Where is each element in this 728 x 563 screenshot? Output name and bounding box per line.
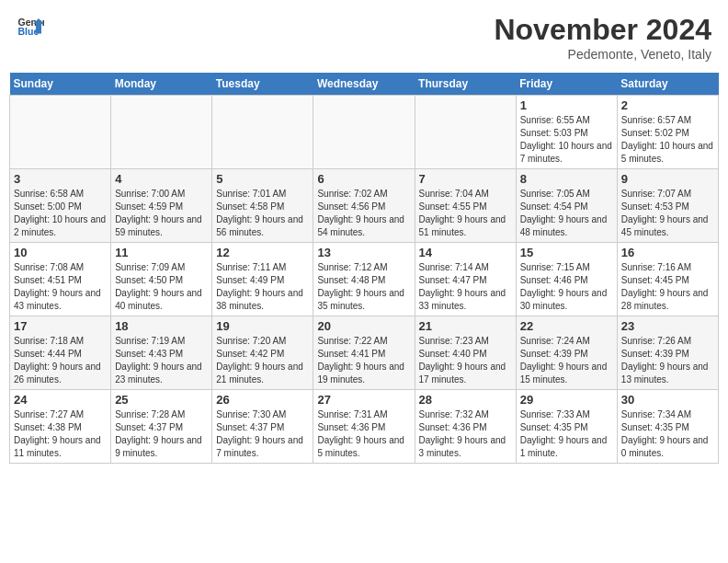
day-number: 27 <box>317 393 410 407</box>
day-cell: 19Sunrise: 7:20 AM Sunset: 4:42 PM Dayli… <box>212 316 313 390</box>
svg-text:Blue: Blue <box>18 26 40 37</box>
day-cell: 9Sunrise: 7:07 AM Sunset: 4:53 PM Daylig… <box>617 169 718 243</box>
day-number: 23 <box>621 319 714 333</box>
day-cell <box>111 96 212 169</box>
day-cell: 27Sunrise: 7:31 AM Sunset: 4:36 PM Dayli… <box>313 390 415 464</box>
day-cell: 14Sunrise: 7:14 AM Sunset: 4:47 PM Dayli… <box>415 243 516 316</box>
day-cell: 10Sunrise: 7:08 AM Sunset: 4:51 PM Dayli… <box>10 243 111 316</box>
day-info: Sunrise: 7:24 AM Sunset: 4:39 PM Dayligh… <box>520 335 613 386</box>
day-number: 17 <box>14 319 107 333</box>
week-row-1: 1Sunrise: 6:55 AM Sunset: 5:03 PM Daylig… <box>10 96 719 169</box>
day-info: Sunrise: 7:23 AM Sunset: 4:40 PM Dayligh… <box>419 335 512 386</box>
day-info: Sunrise: 7:34 AM Sunset: 4:35 PM Dayligh… <box>621 408 714 460</box>
day-number: 1 <box>520 98 613 112</box>
day-cell <box>415 96 516 169</box>
day-number: 24 <box>14 393 107 407</box>
day-cell: 11Sunrise: 7:09 AM Sunset: 4:50 PM Dayli… <box>111 243 212 316</box>
day-number: 5 <box>216 172 309 186</box>
day-info: Sunrise: 7:26 AM Sunset: 4:39 PM Dayligh… <box>621 335 714 386</box>
day-number: 25 <box>115 393 208 407</box>
location: Pedemonte, Veneto, Italy <box>494 47 711 62</box>
day-cell: 23Sunrise: 7:26 AM Sunset: 4:39 PM Dayli… <box>617 316 718 390</box>
day-info: Sunrise: 7:02 AM Sunset: 4:56 PM Dayligh… <box>317 188 410 239</box>
week-row-4: 17Sunrise: 7:18 AM Sunset: 4:44 PM Dayli… <box>10 316 719 390</box>
day-cell: 15Sunrise: 7:15 AM Sunset: 4:46 PM Dayli… <box>516 243 617 316</box>
header-thursday: Thursday <box>415 73 516 96</box>
day-cell: 6Sunrise: 7:02 AM Sunset: 4:56 PM Daylig… <box>313 169 415 243</box>
header-monday: Monday <box>111 73 212 96</box>
day-cell: 30Sunrise: 7:34 AM Sunset: 4:35 PM Dayli… <box>617 390 718 464</box>
day-cell: 4Sunrise: 7:00 AM Sunset: 4:59 PM Daylig… <box>111 169 212 243</box>
day-cell: 1Sunrise: 6:55 AM Sunset: 5:03 PM Daylig… <box>516 96 617 169</box>
logo: General Blue <box>17 13 44 40</box>
day-info: Sunrise: 7:18 AM Sunset: 4:44 PM Dayligh… <box>14 335 107 386</box>
day-info: Sunrise: 7:01 AM Sunset: 4:58 PM Dayligh… <box>216 188 309 239</box>
day-info: Sunrise: 7:00 AM Sunset: 4:59 PM Dayligh… <box>115 188 208 239</box>
day-info: Sunrise: 7:15 AM Sunset: 4:46 PM Dayligh… <box>520 261 613 313</box>
day-number: 26 <box>216 393 309 407</box>
day-cell: 18Sunrise: 7:19 AM Sunset: 4:43 PM Dayli… <box>111 316 212 390</box>
week-row-5: 24Sunrise: 7:27 AM Sunset: 4:38 PM Dayli… <box>10 390 719 464</box>
day-cell: 22Sunrise: 7:24 AM Sunset: 4:39 PM Dayli… <box>516 316 617 390</box>
day-number: 10 <box>14 246 107 259</box>
day-number: 15 <box>520 246 613 259</box>
header-saturday: Saturday <box>617 73 718 96</box>
day-number: 19 <box>216 319 309 333</box>
day-info: Sunrise: 7:05 AM Sunset: 4:54 PM Dayligh… <box>520 188 613 239</box>
day-number: 9 <box>621 172 714 186</box>
day-number: 6 <box>317 172 410 186</box>
day-cell <box>212 96 313 169</box>
day-info: Sunrise: 7:09 AM Sunset: 4:50 PM Dayligh… <box>115 261 208 313</box>
day-cell: 7Sunrise: 7:04 AM Sunset: 4:55 PM Daylig… <box>415 169 516 243</box>
day-cell: 17Sunrise: 7:18 AM Sunset: 4:44 PM Dayli… <box>10 316 111 390</box>
day-cell: 28Sunrise: 7:32 AM Sunset: 4:36 PM Dayli… <box>415 390 516 464</box>
day-info: Sunrise: 7:19 AM Sunset: 4:43 PM Dayligh… <box>115 335 208 386</box>
day-cell: 3Sunrise: 6:58 AM Sunset: 5:00 PM Daylig… <box>10 169 111 243</box>
day-cell: 13Sunrise: 7:12 AM Sunset: 4:48 PM Dayli… <box>313 243 415 316</box>
day-number: 8 <box>520 172 613 186</box>
week-row-2: 3Sunrise: 6:58 AM Sunset: 5:00 PM Daylig… <box>10 169 719 243</box>
header-friday: Friday <box>516 73 617 96</box>
day-number: 14 <box>419 246 512 259</box>
day-cell: 20Sunrise: 7:22 AM Sunset: 4:41 PM Dayli… <box>313 316 415 390</box>
day-info: Sunrise: 7:22 AM Sunset: 4:41 PM Dayligh… <box>317 335 410 386</box>
day-info: Sunrise: 7:08 AM Sunset: 4:51 PM Dayligh… <box>14 261 107 313</box>
day-number: 21 <box>419 319 512 333</box>
day-info: Sunrise: 7:07 AM Sunset: 4:53 PM Dayligh… <box>621 188 714 239</box>
day-info: Sunrise: 7:04 AM Sunset: 4:55 PM Dayligh… <box>419 188 512 239</box>
week-row-3: 10Sunrise: 7:08 AM Sunset: 4:51 PM Dayli… <box>10 243 719 316</box>
day-info: Sunrise: 7:11 AM Sunset: 4:49 PM Dayligh… <box>216 261 309 313</box>
day-cell: 29Sunrise: 7:33 AM Sunset: 4:35 PM Dayli… <box>516 390 617 464</box>
title-area: November 2024 Pedemonte, Veneto, Italy <box>494 13 711 62</box>
day-cell: 16Sunrise: 7:16 AM Sunset: 4:45 PM Dayli… <box>617 243 718 316</box>
day-cell <box>313 96 415 169</box>
day-info: Sunrise: 7:16 AM Sunset: 4:45 PM Dayligh… <box>621 261 714 313</box>
day-cell: 26Sunrise: 7:30 AM Sunset: 4:37 PM Dayli… <box>212 390 313 464</box>
day-cell: 5Sunrise: 7:01 AM Sunset: 4:58 PM Daylig… <box>212 169 313 243</box>
day-cell: 2Sunrise: 6:57 AM Sunset: 5:02 PM Daylig… <box>617 96 718 169</box>
day-cell: 12Sunrise: 7:11 AM Sunset: 4:49 PM Dayli… <box>212 243 313 316</box>
logo-icon: General Blue <box>17 13 44 40</box>
day-number: 2 <box>621 98 714 112</box>
day-number: 29 <box>520 393 613 407</box>
day-cell: 21Sunrise: 7:23 AM Sunset: 4:40 PM Dayli… <box>415 316 516 390</box>
day-number: 12 <box>216 246 309 259</box>
day-number: 16 <box>621 246 714 259</box>
day-number: 18 <box>115 319 208 333</box>
day-number: 28 <box>419 393 512 407</box>
calendar-table: SundayMondayTuesdayWednesdayThursdayFrid… <box>9 73 719 464</box>
day-info: Sunrise: 6:58 AM Sunset: 5:00 PM Dayligh… <box>14 188 107 239</box>
day-number: 11 <box>115 246 208 259</box>
day-number: 20 <box>317 319 410 333</box>
day-info: Sunrise: 7:32 AM Sunset: 4:36 PM Dayligh… <box>419 408 512 460</box>
day-info: Sunrise: 7:30 AM Sunset: 4:37 PM Dayligh… <box>216 408 309 460</box>
header-wednesday: Wednesday <box>313 73 415 96</box>
header-sunday: Sunday <box>10 73 111 96</box>
day-number: 22 <box>520 319 613 333</box>
day-number: 4 <box>115 172 208 186</box>
header: General Blue November 2024 Pedemonte, Ve… <box>9 9 719 65</box>
header-row: SundayMondayTuesdayWednesdayThursdayFrid… <box>10 73 719 96</box>
day-info: Sunrise: 7:31 AM Sunset: 4:36 PM Dayligh… <box>317 408 410 460</box>
day-number: 7 <box>419 172 512 186</box>
day-info: Sunrise: 7:27 AM Sunset: 4:38 PM Dayligh… <box>14 408 107 460</box>
